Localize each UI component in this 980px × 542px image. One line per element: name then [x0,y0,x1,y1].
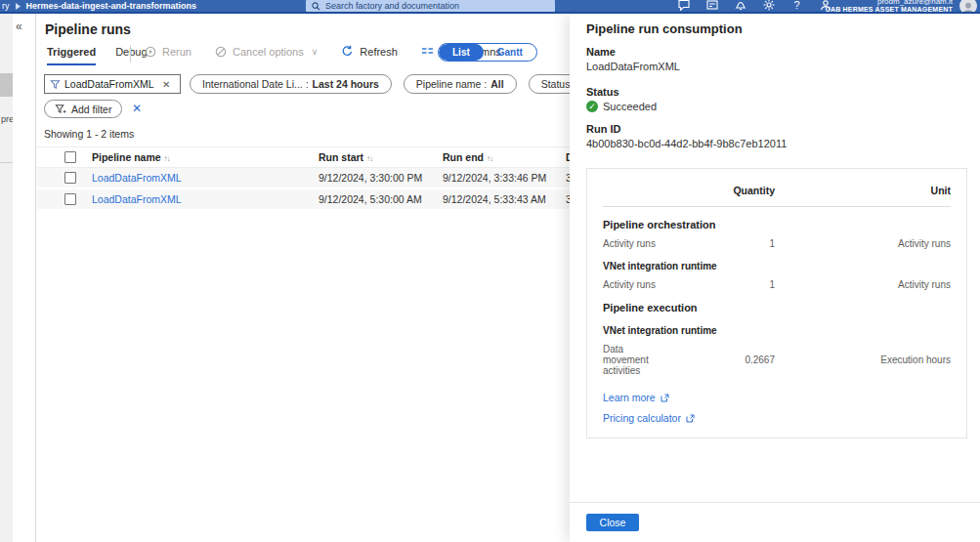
rerun-button[interactable]: Rerun [145,46,192,58]
add-filter-funnel-icon [55,104,66,114]
refresh-icon [341,45,354,58]
pipeline-run-link[interactable]: LoadDataFromXML [92,193,182,205]
subsection-vnet-runtime: VNet integration runtime [603,325,951,336]
filter-funnel-icon [50,79,61,90]
page-title: Pipeline runs [45,21,131,37]
edge-fragment-divider [0,162,13,163]
run-end-cell: 9/12/2024, 3:33:46 PM [443,172,566,184]
succeeded-check-icon: ✓ [586,101,598,112]
account-tenant: UAB HERMES ASSET MANAGEMENT [826,6,953,13]
filter-pill-timezone[interactable]: International Date Li... :Last 24 hours [190,74,392,94]
card-divider [603,206,951,207]
section-pipeline-orchestration: Pipeline orchestration [603,219,951,230]
view-toggle: List Gantt [438,43,537,62]
sort-icon: ↑↓ [366,154,372,163]
rerun-icon [145,46,156,58]
cancel-options-button[interactable]: Cancel options ∨ [215,46,318,58]
feedback-icon[interactable] [677,0,690,11]
account-email: prodm_azure@ham.lt [826,0,953,6]
clear-filter-icon[interactable]: ✕ [162,79,170,90]
select-all-checkbox[interactable] [64,151,76,163]
chevron-down-icon: ∨ [312,47,319,57]
subsection-vnet-runtime: VNet integration runtime [603,261,951,271]
left-edge-fragment: previ... [0,14,13,542]
notifications-bell-icon[interactable] [734,0,746,11]
consumption-row: Activity runs 1 Activity runs [603,279,951,290]
unit-header: Unit [775,185,951,196]
column-run-start[interactable]: Run start↑↓ [319,151,443,163]
status-label: Status [586,86,657,98]
account-info[interactable]: prodm_azure@ham.lt UAB HERMES ASSET MANA… [826,0,953,13]
column-run-end[interactable]: Run end↑↓ [443,151,566,163]
breadcrumb-current[interactable]: Hermes-data-ingest-and-transformations [26,1,197,11]
settings-gear-icon[interactable] [762,0,775,11]
consumption-row: Activity runs 1 Activity runs [603,238,951,249]
column-pipeline-name[interactable]: Pipeline name↑↓ [76,151,319,163]
tab-debug[interactable]: Debug [115,46,147,65]
run-start-cell: 9/12/2024, 3:30:00 PM [319,172,443,184]
pipeline-run-link[interactable]: LoadDataFromXML [92,172,182,184]
top-app-bar: ry Hermes-data-ingest-and-transformation… [0,0,980,14]
help-icon[interactable]: ? [790,0,803,11]
breadcrumb-prefix[interactable]: ry [2,1,10,11]
clear-all-filters-icon[interactable]: ✕ [132,102,142,115]
breadcrumb: ry Hermes-data-ingest-and-transformation… [2,1,196,11]
status-badge: Succeeded [603,101,657,112]
edit-columns-icon [421,46,434,57]
consumption-card: Quantity Unit Pipeline orchestration Act… [586,168,967,438]
avatar[interactable] [959,0,977,14]
external-link-icon [660,394,669,402]
pipeline-name-filter[interactable]: ✕ [44,74,181,94]
global-search-box[interactable]: Search factory and documentation [306,0,555,12]
learn-more-link[interactable]: Learn more [603,392,951,403]
run-id-label: Run ID [586,123,787,135]
showing-count: Showing 1 - 2 items [44,128,134,140]
keyboard-shortcuts-icon[interactable] [705,0,718,11]
filter-pill-pipeline-name[interactable]: Pipeline name :All [404,74,517,94]
tab-triggered[interactable]: Triggered [47,46,96,65]
collapse-sidebar-icon[interactable]: « [16,20,22,33]
pipeline-name-filter-input[interactable] [64,78,158,90]
close-button[interactable]: Close [586,514,639,531]
panel-footer-divider [570,502,980,503]
view-gantt-button[interactable]: Gantt [484,44,536,61]
quantity-header: Quantity [667,185,775,196]
run-end-cell: 9/12/2024, 5:33:43 AM [443,193,566,205]
row-checkbox[interactable] [64,172,76,184]
add-filter-button[interactable]: Add filter [44,100,122,118]
run-id-value: 4b00b830-bc0d-44d2-bb4f-9b8c7eb12011 [586,138,787,149]
section-pipeline-execution: Pipeline execution [603,302,951,313]
external-link-icon [686,414,695,423]
sidebar-collapse-rail: « [13,14,36,542]
runs-tabs: Triggered Debug [47,46,148,65]
refresh-button[interactable]: Refresh [341,45,398,58]
cancel-icon [215,46,227,58]
edge-fragment-block [0,73,13,97]
breadcrumb-chevron-icon [16,3,21,10]
pricing-calculator-link[interactable]: Pricing calculator [603,412,951,424]
search-icon [312,2,320,11]
name-value: LoadDataFromXML [586,61,680,72]
panel-title: Pipeline run consumption [586,21,743,36]
name-label: Name [586,46,680,58]
edge-fragment-label: previ... [1,114,13,124]
row-checkbox[interactable] [64,193,76,205]
sort-icon: ↑↓ [487,154,492,163]
toolbar-divider [130,45,131,63]
run-start-cell: 9/12/2024, 5:30:00 AM [319,193,443,205]
search-placeholder: Search factory and documentation [325,1,459,11]
pipeline-run-consumption-panel: Pipeline run consumption Name LoadDataFr… [570,14,980,542]
consumption-row: Data movement activities 0.2667 Executio… [603,344,951,376]
sort-icon: ↑↓ [164,154,170,163]
view-list-button[interactable]: List [439,44,484,61]
